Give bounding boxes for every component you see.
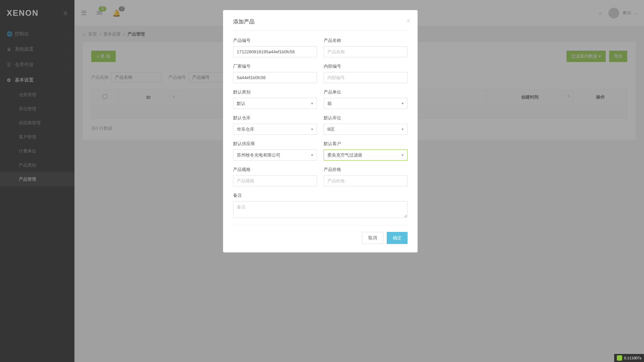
- modal-footer: 取消 确定: [233, 232, 408, 244]
- input-internal-code[interactable]: [324, 72, 408, 83]
- select-default-location[interactable]: B区: [324, 124, 408, 135]
- select-default-supplier[interactable]: 苏州牧冬光电有限公司: [233, 149, 317, 161]
- input-product-code[interactable]: [233, 46, 317, 57]
- textarea-remark[interactable]: [233, 201, 408, 218]
- select-default-warehouse[interactable]: 华东仓库: [233, 124, 317, 135]
- perf-value: 0.111007s: [624, 356, 641, 360]
- input-product-price[interactable]: [324, 175, 408, 186]
- select-product-unit[interactable]: 箱: [324, 98, 408, 109]
- label-product-unit: 产品单位: [324, 89, 408, 95]
- confirm-button[interactable]: 确定: [387, 232, 408, 244]
- label-default-supplier: 默认供应商: [233, 141, 317, 147]
- close-icon[interactable]: ×: [407, 17, 410, 24]
- label-product-spec: 产品规格: [233, 167, 317, 173]
- label-default-customer: 默认客户: [324, 141, 408, 147]
- label-default-warehouse: 默认仓库: [233, 115, 317, 121]
- label-default-category: 默认类别: [233, 89, 317, 95]
- label-product-code: 产品编号: [233, 38, 317, 44]
- input-factory-code[interactable]: [233, 72, 317, 83]
- perf-badge: 0.111007s: [614, 354, 644, 362]
- select-default-category[interactable]: 默认: [233, 98, 317, 109]
- input-product-spec[interactable]: [233, 175, 317, 186]
- cancel-button[interactable]: 取消: [362, 232, 383, 244]
- modal-title: 添加产品: [233, 18, 408, 25]
- label-product-price: 产品价格: [324, 167, 408, 173]
- label-product-name: 产品名称: [324, 38, 408, 44]
- label-factory-code: 厂家编号: [233, 63, 317, 69]
- label-default-location: 默认库位: [324, 115, 408, 121]
- label-remark: 备注: [233, 192, 408, 198]
- select-default-customer[interactable]: 爱美克空气过滤器: [324, 149, 408, 161]
- label-internal-code: 内部编号: [324, 63, 408, 69]
- leaf-icon: [617, 355, 622, 361]
- add-product-modal: 添加产品 × 产品编号 产品名称 厂家编号 内部编号 默认类别 默认 产品单位 …: [223, 10, 418, 252]
- input-product-name[interactable]: [324, 46, 408, 57]
